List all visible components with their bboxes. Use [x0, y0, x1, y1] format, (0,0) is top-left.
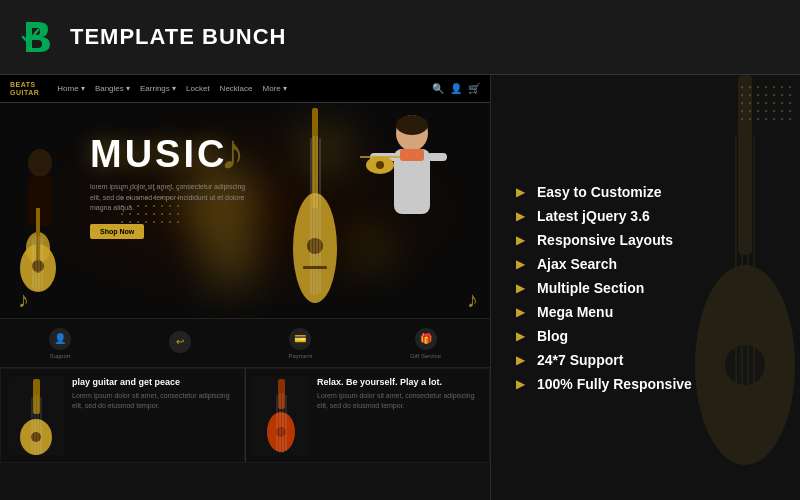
- feature-item-3: ▶Ajax Search: [516, 256, 775, 272]
- return-icon: ↩: [169, 331, 191, 353]
- gift-label: Gift Service: [410, 353, 441, 359]
- svg-point-26: [376, 161, 384, 169]
- dot-grid-decoration: [120, 188, 180, 228]
- svg-rect-39: [278, 379, 285, 409]
- feature-arrow-icon-7: ▶: [516, 353, 525, 367]
- nav-home[interactable]: Home ▾: [57, 84, 85, 93]
- header: TEMPLATE BUNCH: [0, 0, 800, 75]
- nav-more[interactable]: More ▾: [263, 84, 287, 93]
- svg-rect-23: [427, 153, 447, 161]
- feature-arrow-icon-4: ▶: [516, 281, 525, 295]
- violin-person: [350, 113, 450, 308]
- svg-point-33: [31, 432, 41, 442]
- feature-label-8: 100% Fully Responsive: [537, 376, 692, 392]
- svg-rect-18: [303, 266, 327, 269]
- svg-rect-29: [120, 188, 180, 228]
- feature-item-8: ▶100% Fully Responsive: [516, 376, 775, 392]
- feature-item-7: ▶24*7 Support: [516, 352, 775, 368]
- payment-icon: 💳: [289, 328, 311, 350]
- site-brand: BEATS GUITAR: [10, 81, 39, 96]
- music-note-left-icon: ♪: [18, 287, 29, 313]
- feature-arrow-icon-8: ▶: [516, 377, 525, 391]
- feature-label-6: Blog: [537, 328, 568, 344]
- guitar-cards-row: play guitar and get peace Lorem ipsum do…: [0, 368, 490, 463]
- guitar-card-1-title: play guitar and get peace: [72, 377, 236, 387]
- svg-rect-24: [400, 149, 424, 161]
- feature-arrow-icon-6: ▶: [516, 329, 525, 343]
- logo-icon: [18, 16, 60, 58]
- music-note-right-icon: ♪: [467, 287, 478, 313]
- feature-arrow-icon-2: ▶: [516, 233, 525, 247]
- gift-feature: 🎁 Gift Service: [410, 328, 441, 359]
- payment-label: Payment: [289, 353, 313, 359]
- svg-point-41: [276, 427, 286, 437]
- gift-icon: 🎁: [415, 328, 437, 350]
- nav-bangles[interactable]: Bangles ▾: [95, 84, 130, 93]
- cart-icon[interactable]: 🛒: [468, 83, 480, 94]
- svg-point-13: [307, 238, 323, 254]
- feature-label-7: 24*7 Support: [537, 352, 623, 368]
- feature-label-3: Ajax Search: [537, 256, 617, 272]
- guitar-card-2-title: Relax. Be yourself. Play a lot.: [317, 377, 481, 387]
- feature-item-0: ▶Easy to Customize: [516, 184, 775, 200]
- feature-arrow-icon-3: ▶: [516, 257, 525, 271]
- site-nav-links: Home ▾ Bangles ▾ Earrings ▾ Locket Neckl…: [57, 84, 414, 93]
- search-icon[interactable]: 🔍: [432, 83, 444, 94]
- hero-section: ♪ MUSIC lorem ipsum dolor sit amet, cons…: [0, 103, 490, 318]
- feature-item-1: ▶Latest jQuery 3.6: [516, 208, 775, 224]
- guitar-card-2-image: [254, 377, 309, 455]
- support-icon: 👤: [49, 328, 71, 350]
- feature-label-5: Mega Menu: [537, 304, 613, 320]
- feature-label-1: Latest jQuery 3.6: [537, 208, 650, 224]
- nav-locket[interactable]: Locket: [186, 84, 210, 93]
- site-nav-icons: 🔍 👤 🛒: [432, 83, 480, 94]
- guitar-card-2: Relax. Be yourself. Play a lot. Lorem ip…: [245, 368, 490, 463]
- preview-panel: BEATS GUITAR Home ▾ Bangles ▾ Earrings ▾…: [0, 75, 490, 500]
- feature-item-6: ▶Blog: [516, 328, 775, 344]
- guitar-card-2-desc: Lorem ipsum dolor sit amet, consectetur …: [317, 391, 481, 411]
- svg-rect-31: [33, 379, 40, 414]
- feature-item-2: ▶Responsive Layouts: [516, 232, 775, 248]
- feature-arrow-icon-1: ▶: [516, 209, 525, 223]
- nav-earrings[interactable]: Earrings ▾: [140, 84, 176, 93]
- features-panel: ▶Easy to Customize▶Latest jQuery 3.6▶Res…: [490, 75, 800, 500]
- logo-area: TEMPLATE BUNCH: [18, 16, 286, 58]
- guitar-card-2-text: Relax. Be yourself. Play a lot. Lorem ip…: [317, 377, 481, 454]
- guitar-card-1: play guitar and get peace Lorem ipsum do…: [0, 368, 245, 463]
- support-label: Support: [49, 353, 70, 359]
- guitar-card-1-image: [9, 377, 64, 455]
- mandolin-instrument: [285, 108, 345, 312]
- hero-title: MUSIC: [90, 133, 250, 176]
- nav-necklace[interactable]: Necklace: [220, 84, 253, 93]
- feature-arrow-icon-5: ▶: [516, 305, 525, 319]
- feature-list: ▶Easy to Customize▶Latest jQuery 3.6▶Res…: [516, 184, 775, 392]
- logo-text: TEMPLATE BUNCH: [70, 24, 286, 50]
- svg-point-20: [396, 115, 428, 135]
- feature-arrow-icon-0: ▶: [516, 185, 525, 199]
- user-icon[interactable]: 👤: [450, 83, 462, 94]
- support-feature: 👤 Support: [49, 328, 71, 359]
- site-navbar: BEATS GUITAR Home ▾ Bangles ▾ Earrings ▾…: [0, 75, 490, 103]
- feature-label-0: Easy to Customize: [537, 184, 661, 200]
- guitar-card-1-desc: Lorem ipsum dolor sit amet, consectetur …: [72, 391, 236, 411]
- return-feature: ↩: [169, 331, 191, 356]
- svg-point-1: [28, 149, 52, 177]
- guitar-person-left: [0, 138, 80, 318]
- feature-label-2: Responsive Layouts: [537, 232, 673, 248]
- feature-icons-row: 👤 Support ↩ 💳 Payment 🎁 Gift Service: [0, 318, 490, 368]
- feature-item-5: ▶Mega Menu: [516, 304, 775, 320]
- feature-item-4: ▶Multiple Section: [516, 280, 775, 296]
- main-content: BEATS GUITAR Home ▾ Bangles ▾ Earrings ▾…: [0, 75, 800, 500]
- guitar-card-1-text: play guitar and get peace Lorem ipsum do…: [72, 377, 236, 454]
- feature-label-4: Multiple Section: [537, 280, 644, 296]
- payment-feature: 💳 Payment: [289, 328, 313, 359]
